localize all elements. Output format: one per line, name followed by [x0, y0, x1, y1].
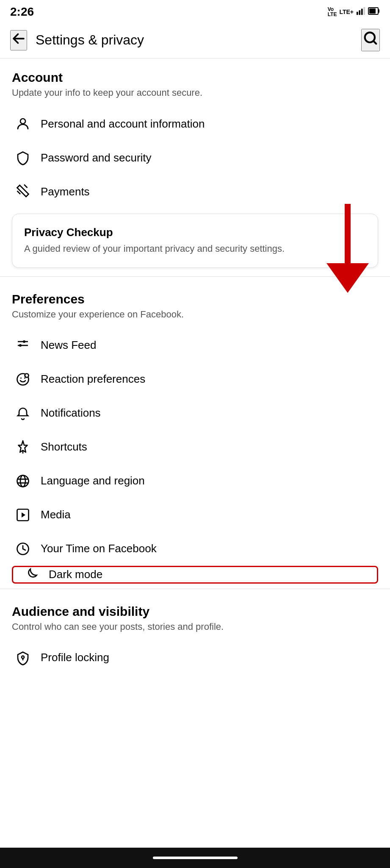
shortcuts-label: Shortcuts: [41, 440, 87, 453]
payments-label: Payments: [41, 185, 90, 198]
pin-icon: [12, 440, 34, 455]
privacy-card-title: Privacy Checkup: [24, 226, 366, 239]
language-item[interactable]: Language and region: [12, 464, 378, 498]
svg-point-22: [20, 475, 25, 487]
svg-marker-26: [22, 512, 25, 517]
globe-icon: [12, 473, 34, 489]
personal-info-label: Personal and account information: [41, 117, 205, 131]
payments-item[interactable]: Payments: [12, 175, 378, 209]
svg-rect-6: [378, 9, 379, 13]
account-subtitle: Update your info to keep your account se…: [12, 87, 378, 98]
svg-point-7: [365, 33, 375, 42]
reactions-item[interactable]: + Reaction preferences: [12, 362, 378, 396]
svg-text:+: +: [25, 374, 27, 378]
status-bar: 2:26 Vo LTE LTE+: [0, 0, 390, 22]
page-title: Settings & privacy: [36, 32, 144, 48]
header: Settings & privacy: [0, 22, 390, 58]
svg-point-12: [19, 344, 22, 347]
profile-lock-icon: [12, 650, 34, 665]
clock-icon: [12, 541, 34, 556]
section-divider-2: [0, 589, 390, 589]
audience-title: Audience and visibility: [12, 604, 378, 619]
preferences-section: Preferences Customize your experience on…: [0, 280, 390, 584]
audience-subtitle: Control who can see your posts, stories …: [12, 621, 378, 632]
svg-rect-1: [359, 10, 360, 15]
person-icon: [12, 116, 34, 131]
time-on-fb-item[interactable]: Your Time on Facebook: [12, 532, 378, 566]
profile-locking-label: Profile locking: [41, 651, 109, 664]
newsfeed-icon: [12, 338, 34, 353]
password-security-item[interactable]: Password and security: [12, 141, 378, 175]
svg-rect-3: [363, 7, 365, 14]
profile-locking-item[interactable]: Profile locking: [12, 641, 378, 675]
svg-point-16: [20, 377, 22, 378]
privacy-checkup-card[interactable]: Privacy Checkup A guided review of your …: [12, 214, 378, 268]
preferences-subtitle: Customize your experience on Facebook.: [12, 309, 378, 320]
shield-icon: [12, 150, 34, 165]
svg-rect-5: [369, 8, 376, 14]
reactions-label: Reaction preferences: [41, 373, 145, 386]
account-title: Account: [12, 70, 378, 85]
privacy-card-desc: A guided review of your important privac…: [24, 242, 366, 256]
media-item[interactable]: Media: [12, 498, 378, 532]
dark-mode-item[interactable]: Dark mode: [12, 566, 378, 584]
language-label: Language and region: [41, 474, 145, 487]
personal-info-item[interactable]: Personal and account information: [12, 107, 378, 141]
newsfeed-label: News Feed: [41, 339, 97, 352]
battery-icon: [368, 6, 380, 18]
svg-point-21: [17, 475, 29, 487]
media-label: Media: [41, 508, 71, 521]
bell-icon: [12, 406, 34, 421]
notifications-item[interactable]: Notifications: [12, 396, 378, 430]
moon-icon: [20, 567, 42, 582]
home-indicator: [153, 857, 238, 859]
payments-icon: [12, 184, 34, 199]
back-button[interactable]: [10, 30, 27, 50]
svg-rect-0: [357, 11, 358, 14]
status-icons: Vo LTE LTE+: [328, 6, 380, 18]
header-left: Settings & privacy: [10, 30, 144, 50]
preferences-title: Preferences: [12, 292, 378, 306]
notifications-label: Notifications: [41, 406, 101, 420]
bottom-nav-bar: [0, 848, 390, 868]
newsfeed-item[interactable]: News Feed: [12, 328, 378, 362]
password-security-label: Password and security: [41, 151, 152, 164]
dark-mode-label: Dark mode: [49, 568, 102, 581]
svg-rect-2: [361, 8, 363, 15]
signal-icon: [356, 6, 365, 18]
volte-icon: Vo LTE: [328, 7, 337, 17]
account-section: Account Update your info to keep your ac…: [0, 58, 390, 268]
time-on-fb-label: Your Time on Facebook: [41, 542, 157, 555]
media-icon: [12, 507, 34, 523]
reactions-icon: +: [12, 372, 34, 387]
svg-point-28: [22, 656, 24, 658]
section-divider-1: [0, 276, 390, 277]
audience-section: Audience and visibility Control who can …: [0, 593, 390, 675]
svg-point-8: [20, 119, 25, 124]
shortcuts-item[interactable]: Shortcuts: [12, 430, 378, 464]
status-time: 2:26: [10, 5, 34, 19]
search-button[interactable]: [361, 29, 380, 51]
lte-plus-icon: LTE+: [339, 8, 354, 15]
svg-point-14: [23, 340, 25, 343]
